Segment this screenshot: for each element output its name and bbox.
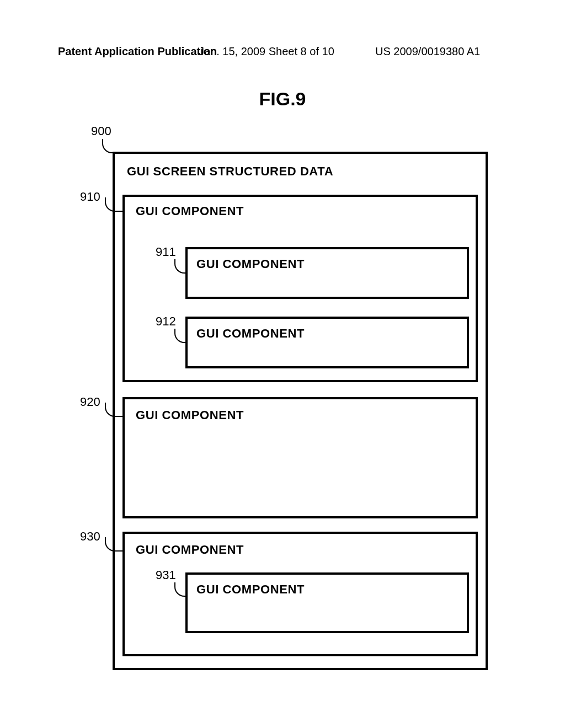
ref-920: 920 xyxy=(80,395,100,409)
label-930: GUI COMPONENT xyxy=(136,543,244,557)
leader-910 xyxy=(105,197,122,212)
label-920: GUI COMPONENT xyxy=(136,408,244,422)
label-912: GUI COMPONENT xyxy=(196,326,305,341)
page: Patent Application Publication Jan. 15, … xyxy=(0,0,565,728)
header-publication: Patent Application Publication xyxy=(58,45,217,58)
ref-931: 931 xyxy=(156,568,176,582)
leader-920 xyxy=(105,403,122,417)
header-date-sheet: Jan. 15, 2009 Sheet 8 of 10 xyxy=(199,45,334,58)
ref-910: 910 xyxy=(80,190,100,204)
box-911 xyxy=(185,247,469,299)
header-pubnumber: US 2009/0019380 A1 xyxy=(375,45,480,58)
leader-930 xyxy=(105,537,122,552)
figure-title: FIG.9 xyxy=(0,88,565,110)
box-931 xyxy=(185,572,469,633)
ref-911: 911 xyxy=(156,245,176,259)
label-900: GUI SCREEN STRUCTURED DATA xyxy=(127,164,333,179)
ref-900: 900 xyxy=(91,124,111,138)
ref-930: 930 xyxy=(80,529,100,544)
box-912 xyxy=(185,317,469,368)
label-910: GUI COMPONENT xyxy=(136,204,244,218)
label-911: GUI COMPONENT xyxy=(196,257,305,271)
label-931: GUI COMPONENT xyxy=(196,582,305,597)
ref-912: 912 xyxy=(156,314,176,329)
